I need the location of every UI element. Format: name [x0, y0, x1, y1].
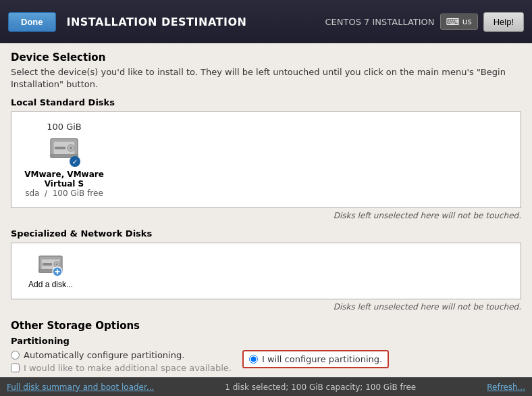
manual-partition-radio[interactable]	[249, 355, 258, 364]
auto-partition-row: Automatically configure partitioning.	[11, 350, 232, 360]
centos-title: CENTOS 7 INSTALLATION	[325, 17, 435, 27]
disk-size: 100 GiB	[47, 122, 82, 132]
additional-space-row: I would like to make additional space av…	[11, 363, 232, 373]
footer: Full disk summary and boot loader... 1 d…	[0, 377, 532, 396]
svg-rect-14	[57, 270, 58, 274]
svg-rect-10	[43, 263, 52, 266]
header: Done INSTALLATION DESTINATION CENTOS 7 I…	[0, 0, 532, 43]
done-button[interactable]: Done	[8, 12, 56, 32]
auto-partition-label: Automatically configure partitioning.	[24, 350, 184, 360]
disk-name: VMware, VMware Virtual S	[24, 170, 105, 189]
keyboard-icon: ⌨	[446, 16, 460, 27]
svg-rect-4	[55, 147, 65, 149]
page-title: INSTALLATION DESTINATION	[67, 16, 247, 28]
add-disk-button[interactable]: Add a disk...	[17, 249, 84, 293]
main-content: Device Selection Select the device(s) yo…	[0, 43, 532, 377]
keyboard-widget[interactable]: ⌨ us	[440, 14, 478, 30]
header-right: CENTOS 7 INSTALLATION ⌨ us Help!	[325, 12, 524, 32]
manual-partition-highlighted: I will configure partitioning.	[242, 350, 389, 368]
footer-refresh[interactable]: Refresh...	[487, 382, 525, 392]
header-left: Done INSTALLATION DESTINATION	[8, 12, 246, 32]
svg-point-9	[56, 264, 58, 266]
local-disks-label: Local Standard Disks	[11, 97, 521, 107]
keyboard-layout: us	[462, 17, 472, 26]
device-selection-desc: Select the device(s) you'd like to insta…	[11, 66, 521, 91]
manual-partition-label: I will configure partitioning.	[262, 354, 382, 364]
disk-item[interactable]: 100 GiB ✓ VMware, VMware Virtual S sda /…	[17, 118, 111, 202]
additional-space-checkbox[interactable]	[11, 364, 20, 372]
help-button[interactable]: Help!	[483, 12, 524, 32]
add-disk-icon	[38, 253, 63, 277]
other-storage-title: Other Storage Options	[11, 320, 521, 332]
device-selection-title: Device Selection	[11, 51, 521, 64]
local-disk-hint: Disks left unselected here will not be t…	[11, 211, 521, 220]
specialized-disk-grid: Add a disk...	[11, 243, 521, 299]
local-disk-grid: 100 GiB ✓ VMware, VMware Virtual S sda /…	[11, 112, 521, 208]
disk-icon-wrapper: ✓	[48, 134, 80, 167]
additional-space-label: I would like to make additional space av…	[24, 363, 232, 373]
specialized-disks-label: Specialized & Network Disks	[11, 228, 521, 239]
specialized-disk-hint: Disks left unselected here will not be t…	[11, 302, 521, 312]
add-disk-label: Add a disk...	[28, 280, 73, 289]
disk-selected-check: ✓	[70, 156, 80, 167]
footer-status: 1 disk selected; 100 GiB capacity; 100 G…	[225, 382, 416, 392]
footer-link[interactable]: Full disk summary and boot loader...	[7, 382, 154, 392]
auto-partition-radio[interactable]	[11, 351, 20, 360]
partitioning-label: Partitioning	[11, 336, 521, 346]
disk-info: sda / 100 GiB free	[25, 189, 103, 198]
svg-point-3	[70, 147, 72, 149]
